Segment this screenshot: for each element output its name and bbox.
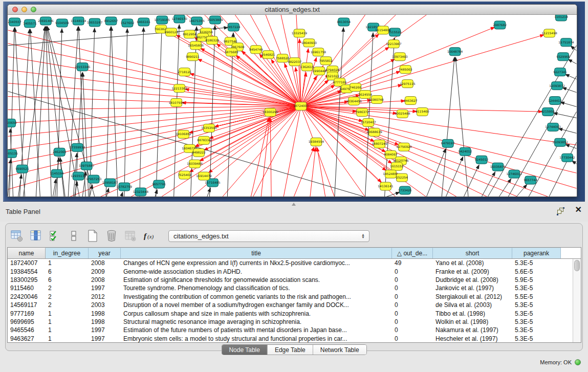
minimize-window-icon[interactable] [21, 7, 27, 12]
close-panel-icon[interactable]: ✕ [575, 206, 582, 214]
graph-node[interactable]: 19106852 [176, 130, 191, 138]
graph-node[interactable]: 1244413 [548, 97, 562, 105]
table-row[interactable]: 946554611997Estimation of the future num… [8, 326, 573, 334]
table-row[interactable]: 1830029562008Estimation of significance … [8, 276, 573, 284]
graph-node[interactable]: 10653287 [87, 18, 103, 27]
function-builder-icon[interactable]: f(x) [142, 228, 157, 244]
graph-node[interactable]: 9657744 [524, 176, 537, 184]
graph-node[interactable]: 1101214 [554, 15, 568, 21]
graph-node[interactable]: 252254 [396, 173, 408, 182]
graph-node[interactable]: 10025488 [395, 110, 410, 118]
network-canvas[interactable]: 1872400718300295193845542340557140557120… [8, 15, 577, 196]
graph-node[interactable]: 2520650 [8, 119, 17, 127]
graph-node[interactable]: 16093852 [552, 138, 568, 146]
graph-node[interactable]: 16035871 [490, 163, 506, 171]
graph-node[interactable]: 14671355 [189, 17, 205, 25]
graph-node[interactable]: 9890211 [186, 53, 200, 61]
graph-node[interactable]: 8813054 [337, 18, 351, 26]
graph-node[interactable]: 19384554 [309, 138, 324, 146]
graph-node[interactable]: 12756928 [396, 143, 412, 151]
graph-node[interactable]: 16782759 [117, 183, 133, 191]
graph-node[interactable]: 16648784 [447, 48, 463, 56]
graph-node[interactable]: 9657791 [152, 180, 166, 188]
graph-node[interactable]: 10958187 [102, 179, 118, 187]
graph-node[interactable]: 15720407 [360, 118, 376, 126]
network-window-titlebar[interactable]: citations_edges.txt [8, 5, 577, 15]
graph-node[interactable]: 20153346 [75, 63, 91, 71]
graph-node[interactable]: 8822037 [288, 58, 302, 66]
graph-node[interactable]: 12975115 [400, 80, 416, 88]
graph-node[interactable]: 9546821 [262, 51, 275, 59]
graph-node[interactable]: 7955812 [319, 57, 333, 65]
tab-edge-table[interactable]: Edge Table [268, 345, 313, 355]
graph-node[interactable]: 10975887 [79, 162, 95, 170]
table-row[interactable]: 946362711997Embryonic stem cells: a mode… [8, 335, 573, 342]
graph-node[interactable]: 20691406 [38, 17, 54, 25]
graph-node[interactable]: 18640910 [301, 39, 317, 47]
tab-node-table[interactable]: Node Table [222, 345, 268, 355]
float-panel-icon[interactable] [557, 208, 564, 215]
table-row[interactable]: 969969511998Structural magnetic resonanc… [8, 318, 573, 326]
graph-node[interactable]: 9960128 [164, 28, 178, 36]
import-table-disabled-icon[interactable] [123, 228, 138, 244]
graph-node[interactable]: 7588520 [276, 54, 290, 62]
graph-node[interactable]: 7485063 [399, 65, 412, 74]
graph-node[interactable]: 7857224 [227, 23, 241, 31]
graph-node[interactable]: 2462065 [53, 148, 67, 156]
graph-node[interactable]: 8186328 [205, 36, 219, 45]
graph-node[interactable]: 8912954 [183, 30, 197, 38]
row-selection-icon[interactable] [48, 228, 62, 244]
graph-node[interactable]: 1362615 [300, 63, 314, 71]
graph-node[interactable]: 8878334 [197, 136, 211, 144]
graph-node[interactable]: 12093872 [549, 82, 565, 90]
graph-node[interactable]: 6466161 [137, 18, 151, 26]
column-header-year[interactable]: year [89, 248, 121, 258]
column-header-title[interactable]: title [121, 248, 392, 258]
graph-node[interactable]: 15148114 [71, 17, 86, 25]
graph-node[interactable]: 18807249 [372, 140, 387, 148]
graph-node[interactable]: 16961758 [311, 48, 326, 56]
graph-node[interactable]: 12746012 [507, 170, 522, 178]
graph-node[interactable]: 5875685 [225, 48, 238, 56]
table-settings-icon[interactable] [10, 228, 24, 244]
graph-node[interactable]: 11215498 [541, 29, 557, 37]
graph-node[interactable]: 8912657 [104, 17, 118, 25]
splitter-grip-icon[interactable] [292, 203, 296, 206]
table-row[interactable]: 2242004622012Investigating the contribut… [8, 293, 573, 301]
graph-node[interactable]: 16154808 [375, 26, 391, 34]
graph-node[interactable]: 7625402 [178, 171, 191, 179]
graph-node[interactable]: 2987682 [493, 21, 507, 29]
graph-node[interactable]: 9215958 [541, 107, 555, 116]
graph-node[interactable]: 17730442 [559, 154, 575, 162]
table-row[interactable]: 977716911998Corpus callosum shape and si… [8, 309, 573, 317]
column-header-name[interactable]: name [8, 248, 46, 258]
graph-node[interactable]: 9498222 [192, 148, 206, 157]
graph-node[interactable]: 2340557 [8, 18, 21, 26]
graph-node[interactable]: 15353594 [201, 124, 217, 132]
graph-node[interactable]: 9424012 [459, 147, 472, 156]
graph-node[interactable]: 12935135 [71, 172, 86, 180]
column-header-out_de[interactable]: △ out_de... [392, 248, 433, 258]
table-row[interactable]: 1872400712008Changes of HCN gene express… [8, 259, 573, 267]
tab-network-table[interactable]: Network Table [313, 345, 366, 355]
graph-node[interactable]: 16053809 [207, 16, 223, 24]
graph-node[interactable]: 12323448 [133, 188, 149, 196]
graph-node[interactable]: 1527602 [121, 19, 135, 27]
table-row[interactable]: 911546021997Tourette syndrome. Phenomeno… [8, 284, 573, 292]
graph-node[interactable]: 9590521 [15, 165, 29, 173]
column-chooser-icon[interactable] [29, 228, 43, 244]
table-selector-dropdown[interactable]: citations_edges.txt ▲▼ [168, 230, 369, 242]
graph-node[interactable]: 18107554 [168, 99, 184, 107]
graph-node[interactable]: 14136141 [378, 182, 394, 190]
graph-node[interactable]: 20364456 [346, 97, 362, 105]
delete-table-icon[interactable] [104, 228, 119, 244]
graph-node[interactable]: 18300295 [263, 108, 278, 116]
graph-node[interactable]: 1145194 [50, 169, 64, 178]
graph-node[interactable]: 16545808 [188, 41, 204, 50]
graph-node[interactable]: 9463627 [404, 97, 418, 105]
graph-node[interactable]: 9227341 [553, 68, 567, 76]
zoom-window-icon[interactable] [31, 7, 36, 12]
graph-node[interactable]: 9245012 [475, 156, 489, 164]
stacked-rows-icon[interactable] [67, 228, 81, 244]
graph-node[interactable]: 12213967 [386, 40, 402, 48]
